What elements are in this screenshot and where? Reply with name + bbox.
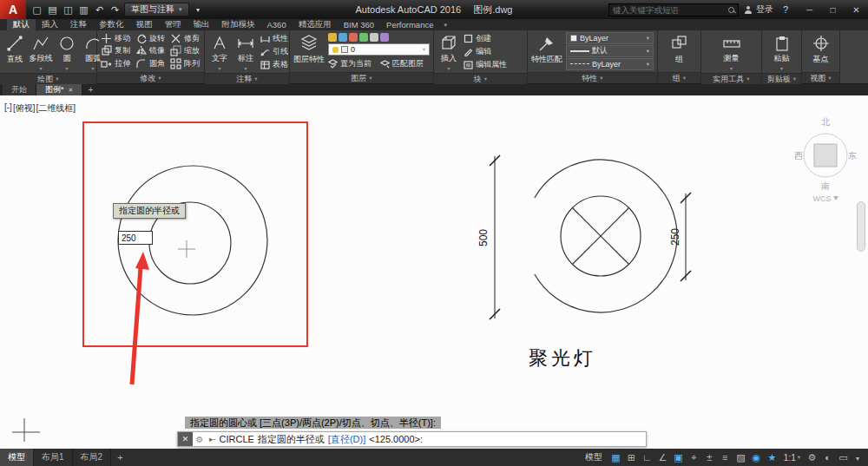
edit-attributes-tool[interactable]: 编辑属性 <box>464 59 507 70</box>
match-properties-tool[interactable]: 特性匹配 <box>531 32 562 70</box>
panel-label-groups[interactable]: 组 <box>658 72 700 83</box>
panel-label-clipboard[interactable]: 剪贴板 <box>762 73 801 84</box>
layer-tool-icon[interactable] <box>359 33 368 42</box>
ortho-icon[interactable]: ∟ <box>640 450 654 464</box>
viewcube-face-top[interactable] <box>814 144 837 167</box>
open-file-icon[interactable] <box>46 1 59 18</box>
navigation-bar[interactable] <box>857 201 865 252</box>
customization-menu-icon[interactable] <box>852 452 864 463</box>
tab-insert[interactable]: 插入 <box>36 19 64 30</box>
linetype-dropdown[interactable]: ByLayer <box>566 58 654 70</box>
qat-customize-icon[interactable] <box>192 0 205 19</box>
app-menu-button[interactable]: A <box>0 0 26 19</box>
create-block-tool[interactable]: 创建 <box>464 33 507 44</box>
move-tool[interactable]: 移动 <box>101 32 130 45</box>
annotation-scale-button[interactable]: 1:1 <box>780 453 804 463</box>
save-icon[interactable] <box>62 1 75 18</box>
spotlight-arc[interactable] <box>535 160 677 312</box>
panel-label-annotate[interactable]: 注释 <box>205 73 289 84</box>
tab-home[interactable]: 默认 <box>7 19 36 30</box>
edit-block-tool[interactable]: 编辑 <box>464 46 507 57</box>
command-close-icon[interactable] <box>178 432 193 446</box>
viewcube-south[interactable]: 南 <box>821 181 830 191</box>
model-space-toggle[interactable]: 模型 <box>580 451 608 463</box>
object-snap-tracking-icon[interactable]: ⌖ <box>687 450 701 464</box>
layer-tool-icon[interactable] <box>349 33 358 42</box>
text-tool[interactable]: 文字 <box>208 32 231 71</box>
new-drawing-tab-button[interactable] <box>82 84 98 95</box>
tab-a360[interactable]: A360 <box>261 19 293 30</box>
workspace-switch-icon[interactable]: ⚙ <box>805 450 819 464</box>
lineweight-icon[interactable]: ≡ <box>718 450 733 464</box>
tab-view[interactable]: 视图 <box>130 19 159 30</box>
tab-featured-apps[interactable]: 精选应用 <box>293 19 338 30</box>
panel-label-properties[interactable]: 特性 <box>528 72 657 83</box>
viewcube[interactable]: 北 西 东 南 WCS <box>793 115 858 205</box>
object-snap-icon[interactable]: ▣ <box>671 450 686 464</box>
scale-tool[interactable]: 缩放 <box>170 45 200 58</box>
viewcube-north[interactable]: 北 <box>821 117 831 127</box>
undo-icon[interactable] <box>93 1 106 18</box>
minimize-button[interactable] <box>798 0 821 19</box>
table-tool[interactable]: 表格 <box>260 59 288 70</box>
array-tool[interactable]: 阵列 <box>170 57 200 70</box>
transparency-icon[interactable]: ▨ <box>733 450 748 464</box>
circle-tool[interactable]: 圆 <box>56 32 78 71</box>
layout-tab-layout1[interactable]: 布局1 <box>34 449 73 466</box>
viewcube-east[interactable]: 东 <box>848 151 857 161</box>
layer-properties-tool[interactable]: 图层特性 <box>293 32 325 70</box>
polyline-tool[interactable]: 多段线 <box>30 32 52 71</box>
fillet-tool[interactable]: 圆角 <box>135 57 165 70</box>
isolate-objects-icon[interactable]: ◐ <box>820 450 835 464</box>
radius-input[interactable] <box>118 231 153 245</box>
paste-tool[interactable]: 粘贴 <box>771 32 793 71</box>
ribbon-state-toggle-icon[interactable] <box>439 19 451 30</box>
panel-label-draw[interactable]: 绘图 <box>0 73 96 84</box>
command-customize-icon[interactable] <box>193 434 207 444</box>
stretch-tool[interactable]: 拉伸 <box>101 57 130 70</box>
view-control[interactable]: [俯视] <box>13 102 36 115</box>
mirror-tool[interactable]: 镜像 <box>135 45 165 58</box>
maximize-button[interactable] <box>821 0 845 19</box>
trim-tool[interactable]: 修剪 <box>170 32 200 45</box>
object-color-dropdown[interactable]: ByLayer <box>566 32 654 44</box>
new-layout-button[interactable] <box>111 449 128 466</box>
make-current-tool[interactable]: 置为当前 <box>328 58 372 69</box>
panel-label-utilities[interactable]: 实用工具 <box>701 73 761 84</box>
file-tab-document[interactable]: 图例* <box>36 84 82 95</box>
file-tab-start[interactable]: 开始 <box>3 84 36 95</box>
dimension-tool[interactable]: 标注 <box>234 32 257 71</box>
panel-label-layers[interactable]: 图层 <box>290 72 433 83</box>
base-point-tool[interactable]: 基点 <box>810 32 832 70</box>
rotate-tool[interactable]: 旋转 <box>135 32 165 45</box>
drawing-area[interactable]: 500 250 聚光灯 [-] [俯视] [二维线框] 指定 <box>0 95 868 449</box>
search-field[interactable] <box>608 3 739 16</box>
command-option-diameter[interactable]: [直径(D)] <box>328 433 365 446</box>
layout-tab-layout2[interactable]: 布局2 <box>73 449 112 466</box>
insert-block-tool[interactable]: 插入 <box>437 32 460 71</box>
layer-tool-icon[interactable] <box>339 33 347 42</box>
clean-screen-icon[interactable]: ▭ <box>836 450 851 464</box>
command-bar[interactable]: CIRCLE 指定圆的半径或 [直径(D)] <125.0000>: <box>177 431 647 447</box>
sign-in-button[interactable]: 登录 <box>745 3 773 16</box>
command-prompt[interactable]: CIRCLE 指定圆的半径或 [直径(D)] <125.0000>: <box>207 433 423 446</box>
linear-dimension-tool[interactable]: 线性 <box>260 33 288 44</box>
tab-bim360[interactable]: BIM 360 <box>338 19 380 30</box>
wcs-menu[interactable]: WCS <box>813 194 832 203</box>
plot-icon[interactable] <box>77 1 90 18</box>
viewport-menu[interactable]: [-] <box>4 102 12 115</box>
tab-manage[interactable]: 管理 <box>159 19 187 30</box>
search-input[interactable] <box>613 5 725 15</box>
new-file-icon[interactable] <box>30 1 43 18</box>
tab-annotate[interactable]: 注释 <box>64 19 93 30</box>
leader-tool[interactable]: 引线 <box>260 46 288 57</box>
annotation-visibility-icon[interactable]: ◉ <box>749 450 764 464</box>
redo-icon[interactable] <box>108 1 122 18</box>
layer-tool-icon[interactable] <box>380 33 389 42</box>
layer-dropdown[interactable]: 0 <box>328 43 430 56</box>
workspace-dropdown[interactable]: 草图与注释 <box>124 3 189 16</box>
layer-tool-icon[interactable] <box>370 33 378 42</box>
panel-label-modify[interactable]: 修改 <box>97 72 204 83</box>
measure-tool[interactable]: 测量 <box>720 32 743 71</box>
grid-icon[interactable]: ▦ <box>608 450 623 464</box>
